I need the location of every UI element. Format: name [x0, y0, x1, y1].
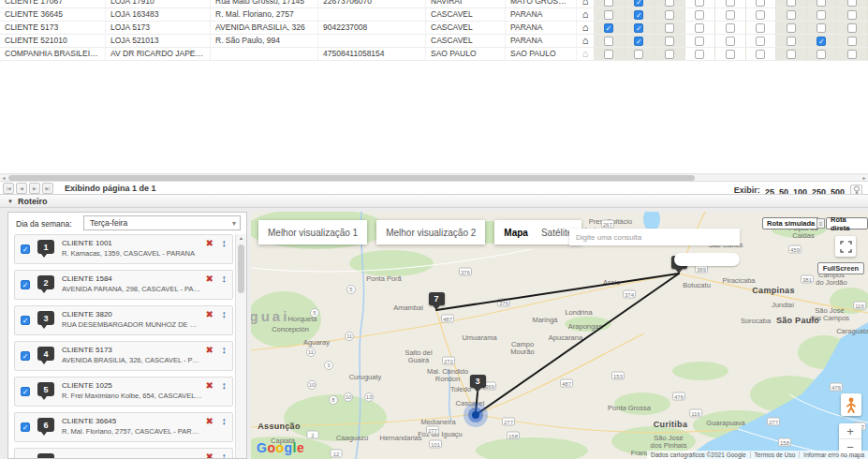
checkbox[interactable] — [756, 50, 765, 59]
checkbox[interactable] — [756, 37, 765, 46]
checkbox[interactable]: ✓ — [817, 37, 826, 46]
checkbox[interactable] — [787, 50, 796, 59]
day-select[interactable]: Terça-feira ▾ — [83, 215, 241, 230]
remove-icon[interactable]: ✖ — [206, 274, 213, 284]
checkbox[interactable]: ✓ — [604, 23, 613, 33]
remove-icon[interactable]: ✖ — [206, 309, 213, 319]
move-icon[interactable]: ↕ — [222, 451, 228, 459]
checkbox[interactable] — [847, 10, 857, 20]
checkbox[interactable] — [756, 0, 765, 7]
checkbox[interactable] — [634, 50, 643, 59]
stop-checkbox[interactable]: ✓ — [21, 351, 30, 361]
checkbox[interactable] — [726, 37, 735, 46]
checkbox[interactable]: ✓ — [634, 0, 643, 7]
prev-page-button[interactable]: ◀ — [16, 183, 27, 194]
rota-direta-button[interactable]: Rota direta — [826, 217, 868, 230]
remove-icon[interactable]: ✖ — [206, 380, 213, 391]
terms-link[interactable]: Termos de Uso — [750, 452, 800, 458]
checkbox[interactable] — [695, 50, 704, 59]
map-marker-3[interactable]: 3 — [470, 375, 486, 388]
move-icon[interactable]: ↕ — [222, 308, 228, 319]
checkbox[interactable] — [817, 10, 826, 20]
scroll-left-icon[interactable]: ◂ — [0, 174, 7, 182]
checkbox[interactable] — [695, 0, 704, 7]
stop-checkbox[interactable]: ✓ — [21, 244, 30, 254]
checkbox[interactable] — [726, 10, 735, 20]
stop-checkbox[interactable]: ✓ — [21, 280, 30, 289]
checkbox[interactable] — [817, 50, 826, 59]
remove-icon[interactable]: ✖ — [206, 452, 213, 459]
checkbox[interactable] — [787, 37, 796, 46]
checkbox[interactable] — [726, 0, 735, 7]
checkbox[interactable] — [847, 50, 857, 59]
checkbox[interactable] — [847, 37, 857, 46]
checkbox[interactable]: ✓ — [634, 37, 643, 46]
scrollbar-thumb[interactable] — [8, 175, 695, 181]
checkbox[interactable] — [695, 23, 704, 33]
remove-icon[interactable]: ✖ — [206, 416, 213, 426]
checkbox[interactable] — [695, 10, 704, 20]
checkbox[interactable] — [847, 23, 857, 33]
home-icon[interactable]: ⌂ — [577, 0, 594, 7]
tab-melhor-visualizacao-2[interactable]: Melhor visualização 2 — [376, 220, 485, 244]
home-icon[interactable]: ⌂ — [577, 8, 594, 21]
checkbox[interactable] — [756, 23, 765, 33]
zoom-in-button[interactable]: + — [839, 423, 861, 439]
scroll-up-icon[interactable]: ▲ — [236, 234, 246, 243]
checkbox[interactable] — [604, 0, 613, 7]
remove-icon[interactable]: ✖ — [206, 345, 213, 355]
map-cluster-marker[interactable] — [463, 403, 488, 427]
checkbox[interactable] — [817, 0, 826, 7]
checkbox[interactable] — [817, 23, 826, 33]
checkbox[interactable] — [847, 0, 857, 7]
list-scrollbar[interactable]: ▲ — [235, 234, 246, 458]
stop-checkbox[interactable]: ✓ — [21, 422, 30, 432]
move-icon[interactable]: ↕ — [222, 379, 228, 391]
checkbox[interactable] — [665, 10, 674, 20]
checkbox[interactable] — [665, 23, 674, 33]
move-icon[interactable]: ↕ — [222, 273, 228, 284]
horizontal-scrollbar[interactable]: ◂ ▸ — [0, 173, 868, 182]
checkbox[interactable] — [726, 23, 735, 33]
google-logo[interactable]: Google — [257, 440, 304, 455]
report-error-link[interactable]: Informar erro no mapa — [799, 452, 868, 458]
checkbox[interactable]: ✓ — [634, 23, 643, 33]
pegman-icon[interactable] — [841, 393, 861, 416]
first-page-button[interactable]: |◀ — [3, 183, 14, 194]
stop-checkbox[interactable]: ✓ — [21, 387, 30, 396]
scroll-right-icon[interactable]: ▸ — [861, 174, 868, 182]
tab-mapa[interactable]: Mapa — [504, 228, 528, 238]
move-icon[interactable]: ↕ — [222, 415, 228, 426]
tab-melhor-visualizacao-1[interactable]: Melhor visualização 1 — [258, 220, 367, 244]
checkbox[interactable] — [756, 10, 765, 20]
stop-checkbox[interactable]: ✓ — [21, 316, 30, 325]
checkbox[interactable] — [604, 50, 613, 59]
checkbox[interactable] — [665, 37, 674, 46]
checkbox[interactable] — [726, 50, 735, 59]
home-icon[interactable]: ⌂ — [577, 22, 594, 34]
next-page-button[interactable]: ▶ — [29, 183, 40, 194]
checkbox[interactable] — [695, 37, 704, 46]
checkbox[interactable] — [787, 0, 796, 7]
map-search-input[interactable] — [569, 229, 740, 245]
checkbox[interactable] — [604, 37, 613, 46]
scrollbar-thumb[interactable] — [238, 244, 244, 293]
route-grip-icon[interactable]: ≡ — [817, 218, 825, 229]
map-marker-7[interactable]: 7 — [429, 292, 445, 305]
rota-simulada-button[interactable]: Rota simulada — [762, 217, 819, 230]
checkbox[interactable]: ✓ — [634, 10, 643, 20]
checkbox[interactable] — [604, 10, 613, 20]
checkbox[interactable] — [665, 0, 674, 7]
fullscreen-button[interactable]: FullScreen — [817, 262, 864, 274]
checkbox[interactable] — [787, 10, 796, 20]
checkbox[interactable] — [665, 50, 674, 59]
checkbox[interactable] — [787, 23, 796, 33]
roteiro-header[interactable]: ▼ Roteiro — [0, 194, 868, 208]
move-icon[interactable]: ↕ — [222, 237, 228, 248]
home-icon[interactable]: ⌂ — [577, 48, 594, 60]
remove-icon[interactable]: ✖ — [206, 238, 213, 248]
tab-satelite[interactable]: Satélite — [541, 228, 572, 238]
move-icon[interactable]: ↕ — [222, 344, 228, 355]
fullscreen-icon[interactable] — [835, 236, 856, 257]
last-page-button[interactable]: ▶| — [42, 183, 53, 194]
